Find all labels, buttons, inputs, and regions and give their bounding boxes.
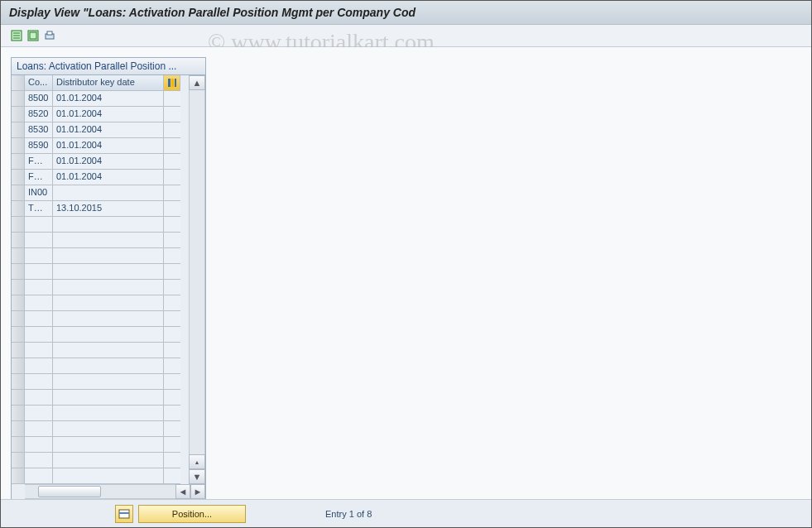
- hscroll-thumb[interactable]: [38, 486, 101, 497]
- hscroll-right-button[interactable]: ►: [190, 484, 205, 499]
- cell-code: [25, 468, 53, 484]
- row-selector[interactable]: [12, 154, 25, 170]
- cell-code: [25, 406, 53, 421]
- cell-date: [53, 217, 164, 233]
- cell-code: [25, 217, 53, 233]
- table-row[interactable]: [12, 280, 189, 295]
- cell-code: [25, 358, 53, 374]
- table-row[interactable]: [12, 374, 189, 390]
- row-selector[interactable]: [12, 138, 25, 154]
- row-selector[interactable]: [12, 170, 25, 185]
- collapse-all-button[interactable]: [26, 28, 41, 43]
- cell-date: [53, 264, 164, 280]
- cell-date: [53, 390, 164, 406]
- row-selector[interactable]: [12, 248, 25, 264]
- table-row[interactable]: [12, 264, 189, 280]
- cell-code: [25, 390, 53, 406]
- svg-rect-4: [47, 31, 52, 35]
- row-selector[interactable]: [12, 201, 25, 217]
- scroll-up-button[interactable]: ▲: [189, 75, 205, 90]
- position-button[interactable]: Position...: [138, 505, 246, 523]
- cell-date: [53, 453, 164, 468]
- row-selector[interactable]: [12, 343, 25, 358]
- row-selector[interactable]: [12, 311, 25, 327]
- cell-date: [53, 358, 164, 374]
- table-row[interactable]: [12, 468, 189, 484]
- column-header-date[interactable]: Distributor key date: [53, 75, 164, 91]
- panel-title: Loans: Activation Parallel Position ...: [12, 58, 205, 75]
- table-panel: Loans: Activation Parallel Position ... …: [11, 57, 206, 500]
- hscroll-track[interactable]: [25, 484, 175, 499]
- cell-code: [25, 233, 53, 248]
- hscroll-left-button[interactable]: ◄: [175, 484, 190, 499]
- position-icon-button[interactable]: [115, 505, 133, 523]
- cell-code: IN00: [25, 185, 53, 201]
- table-row[interactable]: 850001.01.2004: [12, 91, 189, 107]
- table-row[interactable]: [12, 343, 189, 358]
- row-selector[interactable]: [12, 107, 25, 122]
- cell-code: 8520: [25, 107, 53, 122]
- select-all-cell[interactable]: [12, 75, 25, 91]
- row-selector[interactable]: [12, 468, 25, 484]
- table-row[interactable]: 859001.01.2004: [12, 138, 189, 154]
- row-selector[interactable]: [12, 421, 25, 437]
- row-selector[interactable]: [12, 390, 25, 406]
- row-selector[interactable]: [12, 122, 25, 138]
- table-row[interactable]: 852001.01.2004: [12, 107, 189, 122]
- table-row[interactable]: FS0001.01.2004: [12, 154, 189, 170]
- table-row[interactable]: [12, 248, 189, 264]
- print-button[interactable]: [42, 28, 57, 43]
- table-row[interactable]: [12, 437, 189, 453]
- table-row[interactable]: [12, 327, 189, 343]
- row-selector[interactable]: [12, 358, 25, 374]
- table-row[interactable]: [12, 358, 189, 374]
- row-selector[interactable]: [12, 233, 25, 248]
- cell-code: [25, 248, 53, 264]
- column-config-button[interactable]: [164, 75, 180, 91]
- table-row[interactable]: IN00: [12, 185, 189, 201]
- expand-all-button[interactable]: [9, 28, 24, 43]
- row-selector[interactable]: [12, 437, 25, 453]
- vertical-scrollbar[interactable]: ▲ ▲ ▼: [189, 75, 205, 484]
- cell-code: FS00: [25, 154, 53, 170]
- table-row[interactable]: TRM013.10.2015: [12, 201, 189, 217]
- scroll-down-button[interactable]: ▼: [189, 469, 205, 484]
- column-header-code[interactable]: Co...: [25, 75, 53, 91]
- row-selector[interactable]: [12, 374, 25, 390]
- row-selector[interactable]: [12, 406, 25, 421]
- page-title: Display View "Loans: Activation Parallel…: [1, 1, 811, 25]
- table-row[interactable]: FS0101.01.2004: [12, 170, 189, 185]
- cell-date: 01.01.2004: [53, 122, 164, 138]
- row-selector[interactable]: [12, 185, 25, 201]
- table-row[interactable]: [12, 421, 189, 437]
- table-row[interactable]: [12, 311, 189, 327]
- table-row[interactable]: [12, 453, 189, 468]
- row-selector[interactable]: [12, 280, 25, 295]
- table-row[interactable]: [12, 295, 189, 311]
- scroll-down-small-button[interactable]: ▲: [189, 454, 205, 469]
- row-selector[interactable]: [12, 91, 25, 107]
- scroll-track[interactable]: [189, 90, 205, 454]
- table-row[interactable]: 853001.01.2004: [12, 122, 189, 138]
- cell-code: [25, 343, 53, 358]
- row-selector[interactable]: [12, 295, 25, 311]
- row-selector[interactable]: [12, 327, 25, 343]
- cell-date: [53, 233, 164, 248]
- row-selector[interactable]: [12, 453, 25, 468]
- cell-code: [25, 264, 53, 280]
- table-row[interactable]: [12, 217, 189, 233]
- table-row[interactable]: [12, 390, 189, 406]
- table-row[interactable]: [12, 233, 189, 248]
- horizontal-scrollbar[interactable]: ◄ ►: [12, 484, 205, 499]
- cell-date: [53, 311, 164, 327]
- row-selector[interactable]: [12, 264, 25, 280]
- cell-date: [53, 406, 164, 421]
- row-selector[interactable]: [12, 217, 25, 233]
- cell-code: [25, 421, 53, 437]
- cell-code: [25, 374, 53, 390]
- cell-date: 01.01.2004: [53, 91, 164, 107]
- cell-code: FS01: [25, 170, 53, 185]
- cell-code: [25, 327, 53, 343]
- table-row[interactable]: [12, 406, 189, 421]
- cell-date: [53, 280, 164, 295]
